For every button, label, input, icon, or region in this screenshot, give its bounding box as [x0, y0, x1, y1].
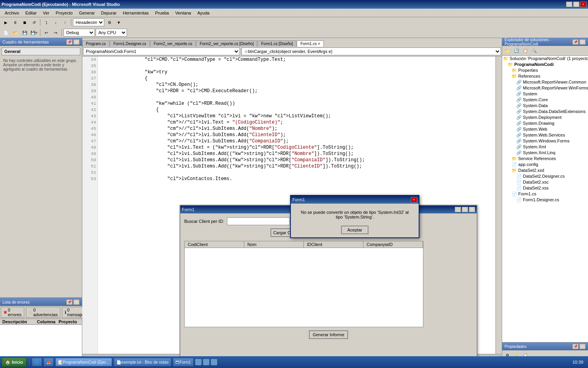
- menu-prueba[interactable]: Prueba: [152, 10, 172, 16]
- line-numbers: 3435363738394041424344454647484950515253: [82, 56, 98, 354]
- tree-item-14[interactable]: 🔗 System.Xml.Linq: [502, 150, 588, 156]
- menu-ventana[interactable]: Ventana: [172, 10, 194, 16]
- form1-max[interactable]: □: [462, 207, 468, 212]
- menu-generar[interactable]: Generar: [76, 10, 98, 16]
- class-dropdown[interactable]: ProgramaNomCodi.Form1: [83, 47, 240, 55]
- tab-form1-cs[interactable]: Form1.cs ×: [297, 40, 323, 47]
- tree-project[interactable]: 📁 ProgramaNomCodi: [502, 62, 588, 67]
- menu-bar: Archivo Editar Ver Proyecto Generar Depu…: [0, 9, 588, 17]
- err-dialog-titlebar: Form1 ×: [291, 196, 419, 204]
- error-list-close[interactable]: ×: [73, 299, 80, 305]
- toolbox-pin[interactable]: 📌: [66, 39, 73, 45]
- tree-item-15[interactable]: 📁 Service References: [502, 156, 588, 162]
- tb-play[interactable]: ▶: [2, 18, 10, 26]
- errors-badge[interactable]: ✖ 0 errores: [1, 307, 24, 318]
- taskbar-ie[interactable]: 🌐: [32, 358, 42, 366]
- menu-ver[interactable]: Ver: [40, 10, 53, 16]
- tree-item-16[interactable]: 📄 app.config: [502, 162, 588, 168]
- se-tb4[interactable]: 🔍: [530, 47, 539, 55]
- tb-new[interactable]: 📄: [2, 29, 10, 36]
- menu-archivo[interactable]: Archivo: [2, 10, 22, 16]
- scrollbar-vertical[interactable]: [495, 56, 502, 354]
- generar-btn[interactable]: Generar Informe: [309, 330, 348, 339]
- tree-item-8[interactable]: 🔗 System.Deployment: [502, 115, 588, 120]
- warnings-badge[interactable]: ⚠ 0 advertencias: [26, 307, 60, 318]
- method-dropdown[interactable]: ☆btnCargar_click(object sender, EventArg…: [241, 47, 501, 55]
- tree-item-13[interactable]: 🔗 System.Xml: [502, 144, 588, 150]
- close-btn[interactable]: ×: [580, 2, 586, 7]
- tb-step-over[interactable]: ⤵: [42, 18, 51, 26]
- tab-form1-designer[interactable]: Form1.Designer.cs: [110, 40, 150, 47]
- tree-item-9[interactable]: 🔗 System.Drawing: [502, 120, 588, 126]
- tab-form2-reporte[interactable]: Form2_ver_reporte.cs: [150, 40, 196, 47]
- client-id-input[interactable]: [227, 217, 290, 225]
- tree-item-12[interactable]: 🔗 System.Windows.Forms: [502, 138, 588, 144]
- tree-item-17[interactable]: 📁 DataSet2.xsd: [502, 168, 588, 173]
- maximize-btn[interactable]: □: [573, 2, 579, 7]
- tree-item-6[interactable]: 🔗 System.Data: [502, 103, 588, 109]
- taskbar-firefox[interactable]: 🦊: [44, 358, 54, 366]
- tree-item-2[interactable]: 🔗 Microsoft.ReportViewer.Common: [502, 79, 588, 85]
- tab-form2-diseno[interactable]: Form2_ver_reporte.cs [Diseño]: [196, 40, 257, 47]
- se-tb3[interactable]: 📋: [521, 47, 530, 55]
- tb-pause[interactable]: ⏸: [11, 18, 20, 26]
- tree-item-10[interactable]: 🔗 System.Web: [502, 126, 588, 132]
- tb-undo[interactable]: ↩: [42, 29, 51, 36]
- menu-ayuda[interactable]: Ayuda: [194, 10, 212, 16]
- start-button[interactable]: 🏠 Inicio: [2, 357, 27, 367]
- tab-form1-diseno[interactable]: Form1.cs [Diseño]: [258, 40, 296, 47]
- tb-redo[interactable]: ↪: [51, 29, 60, 36]
- tree-solution[interactable]: 📁 Solución 'ProgramaNomCodi' (1 proyecto…: [502, 56, 588, 62]
- menu-editar[interactable]: Editar: [22, 10, 40, 16]
- prop-header: Propiedades 📌 ×: [502, 342, 588, 350]
- se-tb2[interactable]: 🔄: [512, 47, 521, 55]
- form1-min[interactable]: _: [455, 207, 461, 212]
- taskbar-notepad[interactable]: 📄 exemple.txt - Bloc de notas: [114, 358, 171, 366]
- error-list-pin[interactable]: 📌: [66, 299, 73, 305]
- form1-close[interactable]: ×: [469, 207, 475, 212]
- tb-extra2[interactable]: ▼: [114, 18, 123, 26]
- tb-open[interactable]: 📂: [11, 29, 20, 36]
- se-tb1[interactable]: 📁: [503, 47, 512, 55]
- tree-item-20[interactable]: 📄 DataSet2.xss: [502, 185, 588, 191]
- err-dialog-close[interactable]: ×: [411, 197, 417, 202]
- tb-step-into[interactable]: ↓: [51, 18, 60, 26]
- title-bar-text: ProgramaNomCodi (Ejecutando) - Microsoft…: [2, 2, 120, 7]
- center-bottom: Program.cs Form1.Designer.cs Form2_ver_r…: [82, 38, 588, 360]
- tree-item-4[interactable]: 🔗 System: [502, 91, 588, 97]
- lv-col-0: CodiClient: [185, 241, 244, 248]
- prop-pin[interactable]: 📌: [572, 344, 579, 349]
- tree-item-7[interactable]: 🔗 System.Data.DataSetExtensions: [502, 109, 588, 115]
- tree-item-11[interactable]: 🔗 System.Web.Services: [502, 132, 588, 138]
- menu-proyecto[interactable]: Proyecto: [53, 10, 76, 16]
- lv-header: CodiClient Nom IDClient CompanyiaID: [185, 241, 423, 248]
- se-close[interactable]: ×: [579, 39, 586, 45]
- tb-step-out[interactable]: ↑: [61, 18, 69, 26]
- tb-save[interactable]: 💾: [20, 29, 29, 36]
- tb-saveall[interactable]: 💾+: [30, 29, 38, 36]
- toolbox-close[interactable]: ×: [73, 39, 80, 45]
- tree-item-18[interactable]: 📄 DataSet2.Designer.cs: [502, 173, 588, 179]
- tab-program-cs[interactable]: Program.cs: [82, 40, 109, 47]
- err-ok-button[interactable]: Aceptar: [341, 226, 368, 234]
- tb-restart[interactable]: ↺: [30, 18, 38, 26]
- tree-item-0[interactable]: 📁 Properties: [502, 67, 588, 73]
- prop-close[interactable]: ×: [579, 344, 586, 349]
- tree-item-1[interactable]: 📁 References: [502, 73, 588, 79]
- menu-herramientas[interactable]: Herramientas: [120, 10, 152, 16]
- tb-stop[interactable]: ⏹: [20, 18, 29, 26]
- debug-mode-select[interactable]: Debug: [64, 29, 95, 36]
- tree-item-3[interactable]: 🔗 Microsoft.ReportViewer.WinForms: [502, 85, 588, 91]
- tree-item-21[interactable]: 📄 Form1.cs: [502, 191, 588, 197]
- taskbar-vs[interactable]: 📝 ProgramaNomCodi (Ejec...: [55, 358, 112, 366]
- minimize-btn[interactable]: _: [566, 2, 572, 7]
- se-pin[interactable]: 📌: [572, 39, 579, 45]
- tree-item-5[interactable]: 🔗 System.Core: [502, 97, 588, 103]
- taskbar-form1[interactable]: 🗔 Form1: [173, 358, 194, 366]
- tb-extra[interactable]: ⚙: [105, 18, 114, 26]
- tree-item-19[interactable]: 📄 DataSet2.xsc: [502, 179, 588, 185]
- cpu-select[interactable]: Any CPU: [96, 29, 127, 36]
- menu-depurar[interactable]: Depurar: [98, 10, 120, 16]
- debug-select[interactable]: Hexadecimal: [73, 18, 104, 26]
- tree-item-22[interactable]: 📄 Form1.Designer.cs: [502, 197, 588, 203]
